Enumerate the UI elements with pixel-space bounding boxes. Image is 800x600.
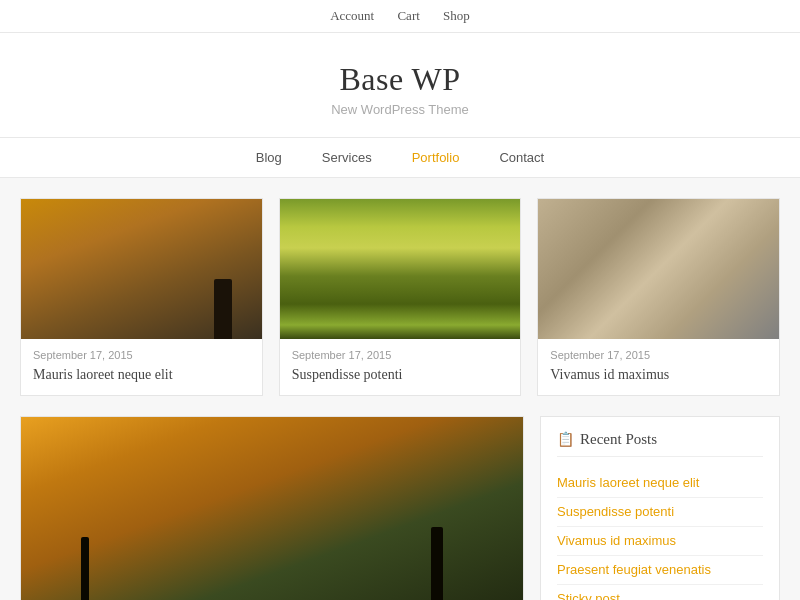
- post-image-2: [280, 199, 521, 339]
- post-card-3: September 17, 2015 Vivamus id maximus: [537, 198, 780, 396]
- top-bar: Account Cart Shop: [0, 0, 800, 33]
- posts-grid: September 17, 2015 Mauris laoreet neque …: [20, 198, 780, 396]
- cart-link[interactable]: Cart: [397, 8, 419, 23]
- list-item: Vivamus id maximus: [557, 527, 763, 556]
- post-title-3[interactable]: Vivamus id maximus: [538, 365, 779, 395]
- nav-portfolio[interactable]: Portfolio: [392, 138, 480, 177]
- post-date-1: September 17, 2015: [21, 339, 262, 365]
- post-image-3: [538, 199, 779, 339]
- recent-post-link-3[interactable]: Vivamus id maximus: [557, 533, 676, 548]
- site-title: Base WP: [0, 61, 800, 98]
- recent-post-link-1[interactable]: Mauris laoreet neque elit: [557, 475, 699, 490]
- content-wrapper: September 17, 2015 Mauris laoreet neque …: [0, 178, 800, 600]
- featured-post: [20, 416, 524, 600]
- shop-link[interactable]: Shop: [443, 8, 470, 23]
- nav-blog[interactable]: Blog: [236, 138, 302, 177]
- bottom-row: 📋 Recent Posts Mauris laoreet neque elit…: [20, 416, 780, 600]
- featured-post-image: [21, 417, 523, 600]
- list-item: Sticky post: [557, 585, 763, 600]
- post-title-2[interactable]: Suspendisse potenti: [280, 365, 521, 395]
- account-link[interactable]: Account: [330, 8, 374, 23]
- recent-posts-list: Mauris laoreet neque elit Suspendisse po…: [557, 469, 763, 600]
- list-item: Praesent feugiat venenatis: [557, 556, 763, 585]
- post-image-1: [21, 199, 262, 339]
- recent-post-link-5[interactable]: Sticky post: [557, 591, 620, 600]
- nav-services[interactable]: Services: [302, 138, 392, 177]
- sidebar-title-text: Recent Posts: [580, 431, 657, 448]
- site-header: Base WP New WordPress Theme: [0, 33, 800, 137]
- post-card-2: September 17, 2015 Suspendisse potenti: [279, 198, 522, 396]
- sidebar: 📋 Recent Posts Mauris laoreet neque elit…: [540, 416, 780, 600]
- post-date-3: September 17, 2015: [538, 339, 779, 365]
- sidebar-title: 📋 Recent Posts: [557, 431, 763, 457]
- post-card-1: September 17, 2015 Mauris laoreet neque …: [20, 198, 263, 396]
- post-title-1[interactable]: Mauris laoreet neque elit: [21, 365, 262, 395]
- recent-posts-icon: 📋: [557, 431, 574, 448]
- recent-post-link-4[interactable]: Praesent feugiat venenatis: [557, 562, 711, 577]
- site-tagline: New WordPress Theme: [0, 102, 800, 117]
- post-date-2: September 17, 2015: [280, 339, 521, 365]
- list-item: Mauris laoreet neque elit: [557, 469, 763, 498]
- main-nav: Blog Services Portfolio Contact: [0, 137, 800, 178]
- recent-post-link-2[interactable]: Suspendisse potenti: [557, 504, 674, 519]
- list-item: Suspendisse potenti: [557, 498, 763, 527]
- nav-contact[interactable]: Contact: [479, 138, 564, 177]
